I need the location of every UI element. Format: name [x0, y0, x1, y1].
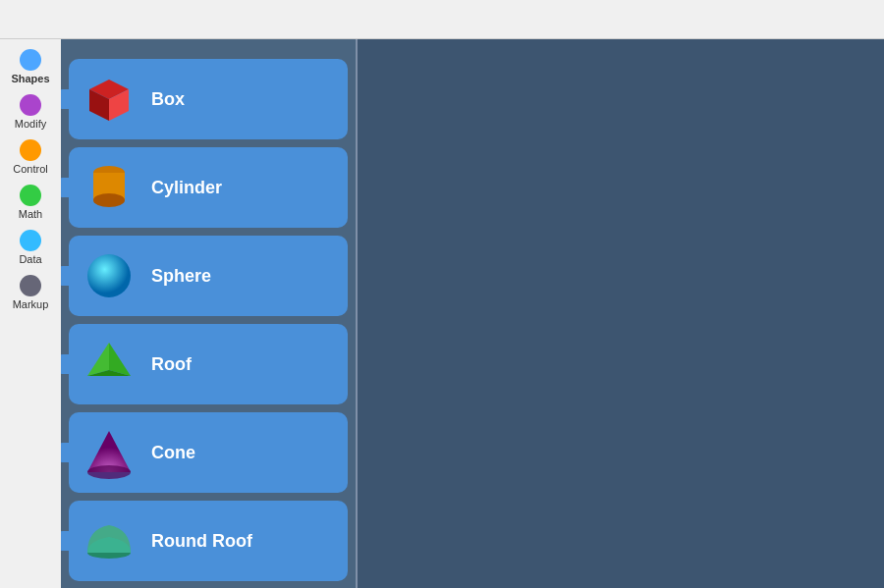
category-sidebar: Shapes Modify Control Math Data Markup [0, 39, 61, 588]
category-label-modify: Modify [15, 118, 46, 130]
svg-marker-7 [87, 343, 109, 376]
main-area: Shapes Modify Control Math Data Markup B… [0, 39, 884, 588]
category-dot-markup [20, 275, 41, 296]
shape-icon-box [75, 65, 143, 134]
category-label-control: Control [13, 163, 47, 175]
shape-label-sphere: Sphere [151, 266, 211, 287]
redo-button[interactable] [35, 16, 43, 24]
sidebar-item-control[interactable]: Control [2, 135, 59, 179]
category-label-math: Math [19, 208, 42, 220]
svg-point-11 [87, 465, 131, 479]
category-label-data: Data [19, 253, 41, 265]
shape-label-roof: Roof [151, 354, 192, 375]
shape-icon-sphere [75, 241, 143, 310]
shapes-list[interactable]: Box Cylinder Sphere [61, 55, 356, 588]
shape-icon-cone [75, 418, 143, 487]
svg-point-5 [93, 193, 125, 207]
sidebar-item-data[interactable]: Data [2, 226, 59, 269]
category-dot-control [20, 139, 41, 161]
sidebar-item-modify[interactable]: Modify [2, 90, 59, 134]
shapes-panel: Box Cylinder Sphere [61, 39, 356, 588]
sidebar-item-shapes[interactable]: Shapes [2, 45, 59, 88]
svg-marker-8 [109, 343, 131, 376]
sidebar-item-markup[interactable]: Markup [2, 271, 59, 314]
toolbar [0, 0, 884, 39]
shape-label-box: Box [151, 89, 185, 110]
shape-block-sphere[interactable]: Sphere [69, 236, 348, 316]
category-label-markup: Markup [13, 298, 49, 310]
category-dot-modify [20, 94, 41, 116]
category-dot-data [20, 230, 41, 251]
sidebar-item-math[interactable]: Math [2, 181, 59, 224]
category-label-shapes: Shapes [11, 73, 49, 84]
shape-label-cone: Cone [151, 443, 195, 463]
undo-button[interactable] [12, 16, 20, 24]
shape-block-box[interactable]: Box [69, 59, 348, 139]
shape-block-cylinder[interactable]: Cylinder [69, 147, 348, 228]
shapes-panel-title [61, 39, 356, 55]
shape-block-cone[interactable]: Cone [69, 412, 348, 493]
shape-label-cylinder: Cylinder [151, 178, 222, 198]
canvas-area[interactable] [358, 39, 884, 588]
shape-label-round-roof: Round Roof [151, 531, 252, 552]
shape-block-roof[interactable]: Roof [69, 324, 348, 404]
category-dot-math [20, 185, 41, 206]
shape-block-round-roof[interactable]: Round Roof [69, 501, 348, 581]
svg-point-6 [87, 254, 131, 297]
shape-icon-roof [75, 330, 143, 399]
shape-icon-round-roof [75, 507, 143, 575]
category-dot-shapes [20, 49, 41, 71]
shape-icon-cylinder [75, 153, 143, 222]
